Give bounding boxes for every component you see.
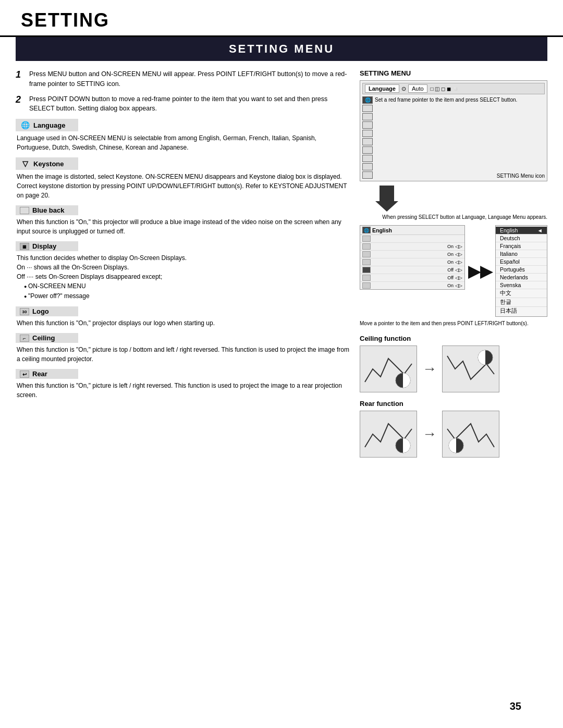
step-2: 2 Press POINT DOWN button to move a red-… xyxy=(16,94,349,114)
ceiling-before-diagram xyxy=(360,346,417,392)
step-1: 1 Press MENU button and ON-SCREEN MENU w… xyxy=(16,69,349,89)
menu-row-6: Off ◁▷ xyxy=(360,266,464,274)
step-2-number: 2 xyxy=(16,94,25,114)
display-bullet-1: ON-SCREEN MENU xyxy=(24,281,349,291)
left-column: 1 Press MENU button and ON-SCREEN MENU w… xyxy=(16,61,349,465)
menu-row-4: On ◁▷ xyxy=(360,251,464,258)
ceiling-function-title: Ceiling function xyxy=(360,335,547,342)
menu-english-row: 🌐 English xyxy=(360,226,464,235)
keystone-label-text: Keystone xyxy=(33,160,64,168)
down-arrow-shape xyxy=(375,186,398,212)
ceiling-label: ⌐ Ceiling xyxy=(16,333,78,343)
red-frame-annotation: Set a red frame pointer to the item and … xyxy=(375,96,545,103)
display-label-text: Display xyxy=(32,242,56,250)
menu-row-3: On ◁▷ xyxy=(360,243,464,251)
display-on-text: On ··· shows all the On-Screen Displays. xyxy=(17,263,349,272)
logo-label-text: Logo xyxy=(32,307,49,315)
step-1-text: Press MENU button and ON-SCREEN MENU wil… xyxy=(29,69,349,89)
move-pointer-caption: Move a pointer to the item and then pres… xyxy=(360,320,547,327)
rear-section: ↩ Rear When this function is "On," pictu… xyxy=(16,369,349,400)
collapsed-menu-box: 🌐 English On ◁▷ On xyxy=(360,225,465,290)
menu-icon-row-4 xyxy=(362,121,373,129)
keystone-label: ▽ Keystone xyxy=(16,157,78,170)
right-column: SETTING MENU Language ⊙ Auto □ ◫ ◻ ◼ ◽ 🌐 xyxy=(360,61,547,465)
menu-row-4-icon xyxy=(362,251,371,257)
rear-icon: ↩ xyxy=(20,371,29,378)
menu-bar-auto: Auto xyxy=(408,84,427,93)
lang-english: English ◄ xyxy=(496,227,547,235)
compact-menu-area: 🌐 English On ◁▷ On xyxy=(360,225,547,317)
menu-row-3-icon xyxy=(362,243,371,250)
lang-chinese: 中文 xyxy=(496,289,547,298)
menu-icon-row-1: 🌐 xyxy=(362,96,373,104)
menu-row-6-icon xyxy=(362,267,371,273)
ceiling-icon: ⌐ xyxy=(20,335,29,342)
logo-desc: When this function is "On," projector di… xyxy=(17,318,349,328)
rear-function-title: Rear function xyxy=(360,400,547,408)
ceiling-diagrams: → xyxy=(360,346,547,392)
lang-korean: 한글 xyxy=(496,298,547,307)
rear-after-diagram xyxy=(442,411,499,458)
language-note: When pressing SELECT button at Language,… xyxy=(360,214,547,221)
main-content: 1 Press MENU button and ON-SCREEN MENU w… xyxy=(0,61,563,465)
menu-row-5: On ◁▷ xyxy=(360,258,464,266)
menu-bar: Language ⊙ Auto □ ◫ ◻ ◼ ◽ xyxy=(362,83,545,94)
language-section: 🌐 Language Language used in ON-SCREEN ME… xyxy=(16,119,349,152)
ceiling-label-text: Ceiling xyxy=(32,334,55,342)
menu-row-3-arrow: ◁▷ xyxy=(455,244,462,249)
menu-icon-row-3 xyxy=(362,113,373,120)
page-number: 35 xyxy=(489,695,542,718)
display-icon: ▦ xyxy=(20,243,29,250)
blue-back-section: Blue back When this function is "On," th… xyxy=(16,205,349,236)
rear-function-section: Rear function → xyxy=(360,400,547,458)
display-bullet-2: "Power off?" message xyxy=(24,291,349,301)
menu-row-2-icon xyxy=(362,236,371,242)
menu-bar-language: Language xyxy=(365,84,399,93)
logo-icon: 30 xyxy=(20,308,29,315)
menu-diagram: Language ⊙ Auto □ ◫ ◻ ◼ ◽ 🌐 xyxy=(360,80,547,181)
language-icon: 🌐 xyxy=(20,120,30,130)
menu-icon-rows: 🌐 Set a red frame poin xyxy=(362,96,545,179)
menu-row-7-arrow: ◁▷ xyxy=(455,275,462,280)
menu-row-7-value: Off xyxy=(447,275,454,280)
menu-row-7-icon xyxy=(362,275,371,281)
language-menu: English ◄ Deutsch Français Italiano Espa… xyxy=(495,225,547,317)
menu-row-5-arrow: ◁▷ xyxy=(455,260,462,265)
lang-espanol: Español xyxy=(496,258,547,266)
lang-english-arrow: ◄ xyxy=(537,227,543,233)
lang-japanese: 日本語 xyxy=(496,307,547,315)
menu-row-8-value: On xyxy=(447,283,454,288)
menu-row-3-value: On xyxy=(447,244,454,249)
language-note-text: When pressing SELECT button at Language,… xyxy=(382,214,547,220)
lang-nederlands: Nederlands xyxy=(496,274,547,281)
page-header: SETTING xyxy=(0,0,563,37)
ceiling-section: ⌐ Ceiling When this function is "On," pi… xyxy=(16,333,349,364)
step-1-number: 1 xyxy=(16,69,25,89)
red-frame-text: Set a red frame pointer to the item and … xyxy=(375,97,517,103)
menu-icon-row-6 xyxy=(362,138,373,145)
lang-svenska: Svenska xyxy=(496,281,547,289)
rear-label-text: Rear xyxy=(32,370,47,378)
rear-before-diagram xyxy=(360,411,417,458)
ceiling-function-section: Ceiling function → xyxy=(360,335,547,392)
rear-after-svg xyxy=(445,413,497,455)
menu-row-5-icon xyxy=(362,259,371,265)
keystone-desc: When the image is distorted, select Keys… xyxy=(17,172,349,200)
menu-icon-row-7 xyxy=(362,146,373,154)
logo-label: 30 Logo xyxy=(16,306,78,316)
page-title: SETTING xyxy=(21,9,542,31)
setting-menu-right-title: SETTING MENU xyxy=(360,69,547,77)
section-title: SETTING MENU xyxy=(229,42,334,55)
ceiling-arrow: → xyxy=(422,361,437,377)
menu-icon-row-10 xyxy=(362,171,373,179)
blue-back-label-text: Blue back xyxy=(32,206,64,214)
blue-back-icon xyxy=(20,207,29,214)
menu-row-6-value: Off xyxy=(447,267,454,273)
collapsed-menu: 🌐 English On ◁▷ On xyxy=(360,225,465,317)
menu-icon-annotation: SETTING Menu icon xyxy=(375,173,545,179)
language-desc: Language used in ON-SCREEN MENU is selec… xyxy=(17,133,349,152)
section-title-bar: SETTING MENU xyxy=(16,37,547,61)
rear-diagrams: → xyxy=(360,411,547,458)
down-arrow-area xyxy=(360,186,547,212)
display-desc: This function decides whether to display… xyxy=(17,253,349,263)
